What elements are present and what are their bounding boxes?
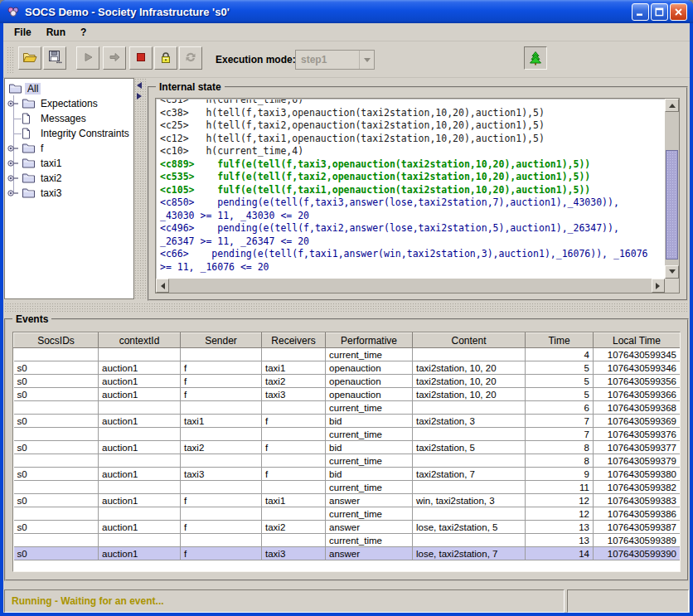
table-cell[interactable] — [14, 401, 99, 415]
table-row[interactable]: s0auction1ftaxi1openauctiontaxi2station,… — [14, 361, 681, 375]
expand-handle-icon[interactable] — [7, 158, 19, 168]
table-cell[interactable] — [14, 507, 99, 521]
split-divider-vertical[interactable] — [134, 78, 146, 299]
table-row[interactable]: current_time41076430599345 — [14, 348, 681, 361]
table-row[interactable]: current_time111076430599382 — [14, 481, 681, 494]
table-cell[interactable] — [99, 534, 181, 547]
table-cell[interactable]: lose, taxi2station, 7 — [413, 547, 526, 560]
society-tree[interactable]: AllExpectationsMessagesIntegrity Constra… — [4, 78, 134, 299]
table-cell[interactable] — [413, 401, 526, 415]
table-cell[interactable] — [99, 348, 181, 361]
collapse-left-icon[interactable] — [137, 82, 142, 89]
table-cell[interactable]: f — [181, 494, 262, 507]
minimize-button[interactable] — [632, 3, 649, 21]
table-cell[interactable] — [181, 454, 262, 468]
column-header-receivers[interactable]: Receivers — [262, 333, 326, 348]
scrollbar-thumb[interactable] — [666, 150, 678, 259]
table-cell[interactable]: bid — [326, 441, 413, 454]
table-cell[interactable]: taxi1 — [262, 361, 326, 375]
table-cell[interactable] — [262, 454, 326, 468]
society-tree-toggle-button[interactable] — [524, 46, 547, 70]
table-cell[interactable] — [413, 534, 526, 547]
split-divider-horizontal[interactable] — [4, 303, 689, 313]
table-cell[interactable]: 1076430599382 — [594, 481, 681, 494]
table-cell[interactable] — [181, 481, 262, 494]
table-cell[interactable] — [99, 428, 181, 441]
table-cell[interactable]: 1076430599377 — [594, 441, 681, 454]
table-cell[interactable] — [14, 534, 99, 547]
table-row[interactable]: current_time121076430599386 — [14, 507, 681, 521]
table-cell[interactable]: f — [181, 547, 262, 560]
scroll-up-button[interactable] — [665, 99, 679, 112]
table-cell[interactable]: current_time — [326, 534, 413, 547]
tree-item-taxi1[interactable]: taxi1 — [5, 156, 133, 171]
vertical-scrollbar[interactable] — [665, 99, 679, 279]
table-cell[interactable]: f — [262, 468, 326, 481]
table-cell[interactable]: 14 — [526, 547, 594, 560]
tree-item-f[interactable]: f — [5, 141, 133, 156]
table-cell[interactable] — [413, 348, 526, 361]
table-cell[interactable]: 5 — [526, 361, 594, 375]
maximize-button[interactable] — [651, 3, 668, 21]
scroll-left-button[interactable] — [156, 279, 169, 293]
open-button[interactable] — [18, 46, 41, 70]
tree-item-all[interactable]: All — [5, 81, 133, 96]
play-button[interactable] — [76, 46, 99, 70]
column-header-local-time[interactable]: Local Time — [594, 333, 681, 348]
table-cell[interactable]: s0 — [14, 388, 99, 401]
table-cell[interactable]: auction1 — [99, 415, 181, 428]
table-cell[interactable]: f — [181, 388, 262, 401]
table-cell[interactable]: 1076430599390 — [594, 547, 681, 560]
table-cell[interactable]: s0 — [14, 468, 99, 481]
column-header-contextid[interactable]: contextId — [99, 333, 181, 348]
table-row[interactable]: s0auction1taxi3fbidtaxi2station, 7910764… — [14, 468, 681, 481]
table-cell[interactable]: 7 — [526, 428, 594, 441]
table-cell[interactable]: auction1 — [99, 521, 181, 534]
table-cell[interactable]: auction1 — [99, 361, 181, 375]
table-cell[interactable]: 7 — [526, 415, 594, 428]
table-cell[interactable]: auction1 — [99, 468, 181, 481]
table-cell[interactable]: openauction — [326, 388, 413, 401]
table-cell[interactable]: openauction — [326, 375, 413, 388]
table-cell[interactable]: s0 — [14, 521, 99, 534]
table-cell[interactable]: s0 — [14, 415, 99, 428]
table-cell[interactable]: 12 — [526, 494, 594, 507]
table-cell[interactable] — [181, 507, 262, 521]
table-cell[interactable]: bid — [326, 415, 413, 428]
refresh-button[interactable] — [179, 46, 202, 70]
table-cell[interactable] — [262, 507, 326, 521]
table-cell[interactable]: auction1 — [99, 441, 181, 454]
table-cell[interactable] — [262, 428, 326, 441]
table-cell[interactable]: 1076430599386 — [594, 507, 681, 521]
table-cell[interactable]: 1076430599387 — [594, 521, 681, 534]
table-cell[interactable]: 6 — [526, 401, 594, 415]
table-cell[interactable] — [262, 401, 326, 415]
table-cell[interactable]: taxi2 — [262, 375, 326, 388]
table-cell[interactable]: s0 — [14, 547, 99, 560]
tree-item-taxi3[interactable]: taxi3 — [5, 186, 133, 201]
table-cell[interactable]: current_time — [326, 481, 413, 494]
table-cell[interactable]: taxi1 — [181, 415, 262, 428]
table-cell[interactable] — [99, 454, 181, 468]
table-cell[interactable]: 1076430599345 — [594, 348, 681, 361]
table-cell[interactable]: s0 — [14, 375, 99, 388]
table-cell[interactable]: s0 — [14, 361, 99, 375]
scroll-down-button[interactable] — [665, 265, 679, 279]
tree-item-integrity-constraints[interactable]: Integrity Constraints — [5, 126, 133, 141]
horizontal-scrollbar[interactable] — [156, 279, 665, 293]
table-cell[interactable]: answer — [326, 521, 413, 534]
column-header-sender[interactable]: Sender — [181, 333, 262, 348]
table-cell[interactable]: auction1 — [99, 375, 181, 388]
table-cell[interactable]: auction1 — [99, 388, 181, 401]
tree-item-expectations[interactable]: Expectations — [5, 96, 133, 111]
table-cell[interactable]: taxi2station, 7 — [413, 468, 526, 481]
table-cell[interactable]: 1076430599356 — [594, 375, 681, 388]
table-row[interactable]: current_time71076430599376 — [14, 428, 681, 441]
table-cell[interactable]: f — [181, 375, 262, 388]
table-cell[interactable]: 13 — [526, 534, 594, 547]
table-cell[interactable] — [413, 428, 526, 441]
table-cell[interactable]: 5 — [526, 375, 594, 388]
table-cell[interactable]: taxi3 — [181, 468, 262, 481]
expand-handle-icon[interactable] — [7, 143, 19, 153]
menu-file[interactable]: File — [7, 25, 39, 40]
